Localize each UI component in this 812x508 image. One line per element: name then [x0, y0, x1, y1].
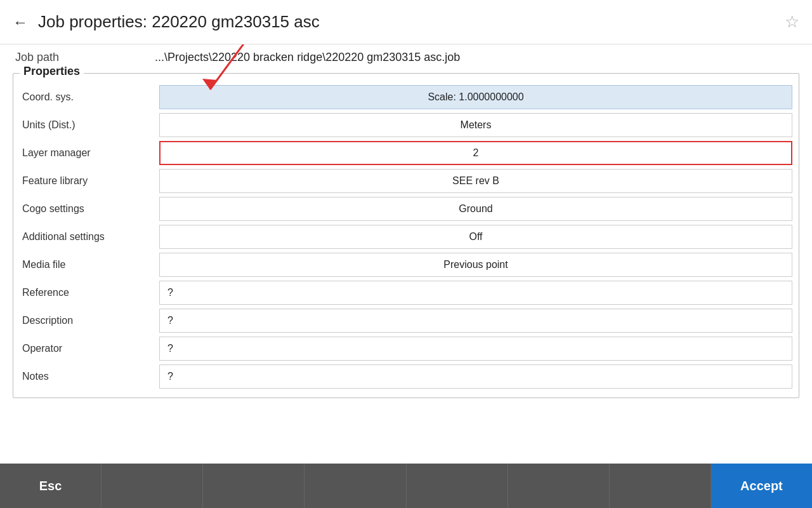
prop-label-coord-sys: Coord. sys.	[20, 91, 159, 103]
header: ← Job properties: 220220 gm230315 asc ☆	[0, 0, 812, 44]
prop-value-description[interactable]: ?	[159, 309, 792, 333]
prop-value-units[interactable]: Meters	[159, 113, 792, 137]
esc-button[interactable]: Esc	[0, 464, 102, 508]
prop-row-feature-library: Feature library SEE rev B	[20, 169, 792, 193]
prop-label-notes: Notes	[20, 371, 159, 382]
prop-row-description: Description ?	[20, 309, 792, 333]
prop-value-media-file[interactable]: Previous point	[159, 253, 792, 277]
properties-legend: Properties	[20, 65, 84, 78]
main-content: Job path ...\Projects\220220 bracken rid…	[0, 44, 812, 464]
prop-value-additional-settings[interactable]: Off	[159, 225, 792, 249]
properties-section: Properties Coord. sys. Scale: 1.00000000…	[13, 73, 799, 398]
toolbar-btn-5[interactable]	[407, 464, 508, 508]
prop-row-additional-settings: Additional settings Off	[20, 225, 792, 249]
favorite-button[interactable]: ☆	[785, 12, 799, 32]
prop-value-coord-sys[interactable]: Scale: 1.0000000000	[159, 85, 792, 109]
prop-label-units: Units (Dist.)	[20, 119, 159, 131]
prop-row-media-file: Media file Previous point	[20, 253, 792, 277]
prop-value-notes[interactable]: ?	[159, 364, 792, 389]
prop-value-cogo-settings[interactable]: Ground	[159, 197, 792, 221]
back-button[interactable]: ←	[13, 13, 28, 31]
prop-value-layer-manager[interactable]: 2	[159, 141, 792, 165]
prop-label-reference: Reference	[20, 287, 159, 298]
prop-row-coord-sys: Coord. sys. Scale: 1.0000000000	[20, 85, 792, 109]
prop-label-feature-library: Feature library	[20, 175, 159, 187]
job-path-row: Job path ...\Projects\220220 bracken rid…	[13, 51, 799, 64]
prop-label-media-file: Media file	[20, 259, 159, 271]
prop-row-operator: Operator ?	[20, 337, 792, 361]
job-path-value: ...\Projects\220220 bracken ridge\220220…	[155, 51, 460, 64]
prop-row-reference: Reference ?	[20, 281, 792, 305]
properties-inner: Coord. sys. Scale: 1.0000000000 Units (D…	[13, 74, 799, 398]
prop-row-notes: Notes ?	[20, 364, 792, 389]
toolbar-btn-6[interactable]	[508, 464, 610, 508]
prop-label-description: Description	[20, 315, 159, 326]
prop-label-operator: Operator	[20, 343, 159, 354]
toolbar-btn-2[interactable]	[102, 464, 203, 508]
prop-label-additional-settings: Additional settings	[20, 231, 159, 243]
prop-label-layer-manager: Layer manager	[20, 147, 159, 159]
prop-row-layer-manager: Layer manager 2	[20, 141, 792, 165]
page-title: Job properties: 220220 gm230315 asc	[38, 12, 785, 32]
prop-value-reference[interactable]: ?	[159, 281, 792, 305]
prop-value-operator[interactable]: ?	[159, 337, 792, 361]
prop-label-cogo-settings: Cogo settings	[20, 203, 159, 215]
prop-row-cogo-settings: Cogo settings Ground	[20, 197, 792, 221]
toolbar-btn-3[interactable]	[203, 464, 304, 508]
toolbar-btn-4[interactable]	[304, 464, 406, 508]
prop-row-units: Units (Dist.) Meters	[20, 113, 792, 137]
bottom-toolbar: Esc Accept	[0, 464, 812, 508]
toolbar-btn-7[interactable]	[610, 464, 711, 508]
prop-value-feature-library[interactable]: SEE rev B	[159, 169, 792, 193]
job-path-label: Job path	[15, 51, 155, 64]
accept-button[interactable]: Accept	[711, 464, 812, 508]
